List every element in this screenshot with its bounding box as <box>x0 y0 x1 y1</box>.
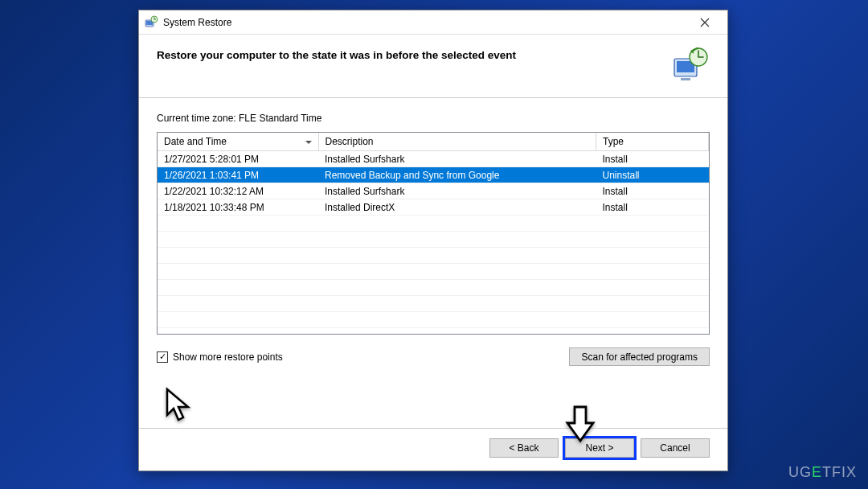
table-cell: Installed Surfshark <box>318 183 596 199</box>
below-table-row: ✓ Show more restore points Scan for affe… <box>157 347 710 366</box>
table-cell: Installed DirectX <box>318 199 596 216</box>
watermark: UGETFIX <box>788 464 857 481</box>
wizard-body: Current time zone: FLE Standard Time Dat… <box>139 98 727 428</box>
show-more-label: Show more restore points <box>173 351 283 363</box>
table-row[interactable]: 1/26/2021 1:03:41 PMRemoved Backup and S… <box>158 167 709 183</box>
table-row-empty <box>158 216 709 232</box>
table-row-empty <box>158 232 709 248</box>
titlebar: System Restore <box>139 10 727 35</box>
table-header-row[interactable]: Date and Time Description Type <box>158 133 709 151</box>
close-button[interactable] <box>687 11 723 34</box>
back-button[interactable]: < Back <box>489 438 559 458</box>
table-row[interactable]: 1/18/2021 10:33:48 PMInstalled DirectXIn… <box>158 199 709 216</box>
close-icon <box>700 18 710 27</box>
table-cell: Installed Surfshark <box>318 151 596 167</box>
table-row-empty <box>158 296 709 312</box>
table-cell: Uninstall <box>596 167 709 183</box>
column-header-type[interactable]: Type <box>596 133 709 151</box>
table-row[interactable]: 1/22/2021 10:32:12 AMInstalled Surfshark… <box>158 183 709 199</box>
table-cell: Removed Backup and Sync from Google <box>318 167 596 183</box>
table-row-empty <box>158 264 709 280</box>
checkbox-icon: ✓ <box>157 351 168 363</box>
table-cell: 1/27/2021 5:28:01 PM <box>158 151 318 167</box>
wizard-header: Restore your computer to the state it wa… <box>139 35 727 98</box>
column-header-date[interactable]: Date and Time <box>158 133 318 151</box>
table-cell: 1/26/2021 1:03:41 PM <box>158 167 318 183</box>
table-cell: Install <box>596 183 709 199</box>
next-button[interactable]: Next > <box>565 438 634 458</box>
system-restore-icon <box>144 15 158 30</box>
table-cell: 1/22/2021 10:32:12 AM <box>158 183 318 199</box>
table-cell: 1/18/2021 10:33:48 PM <box>158 199 318 216</box>
wizard-footer: < Back Next > Cancel <box>139 428 727 471</box>
table-row-empty <box>158 312 709 328</box>
system-restore-window: System Restore Restore your computer to … <box>138 10 728 471</box>
restore-large-icon <box>669 46 710 86</box>
timezone-label: Current time zone: FLE Standard Time <box>157 113 710 124</box>
table-row-empty <box>158 280 709 296</box>
show-more-checkbox[interactable]: ✓ Show more restore points <box>157 351 283 363</box>
restore-points-table[interactable]: Date and Time Description Type 1/27/2021… <box>157 132 710 335</box>
table-row[interactable]: 1/27/2021 5:28:01 PMInstalled SurfsharkI… <box>158 151 709 167</box>
cancel-button[interactable]: Cancel <box>641 438 710 458</box>
table-cell: Install <box>596 151 709 167</box>
window-title: System Restore <box>163 17 687 28</box>
scan-affected-button[interactable]: Scan for affected programs <box>569 347 710 366</box>
table-row-empty <box>158 248 709 264</box>
column-header-description[interactable]: Description <box>318 133 596 151</box>
wizard-heading: Restore your computer to the state it wa… <box>157 46 669 61</box>
svg-rect-5 <box>681 78 690 80</box>
table-cell: Install <box>596 199 709 216</box>
